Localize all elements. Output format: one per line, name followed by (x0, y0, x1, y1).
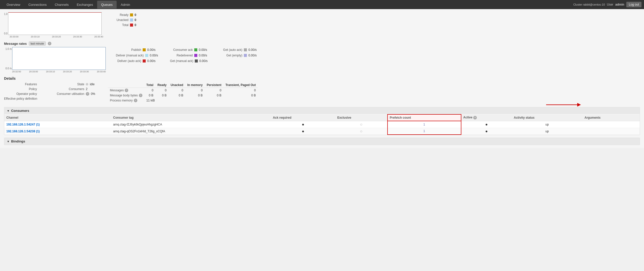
consumers-tbody: 192.168.126.1:54247 (1) amq.ctag-fZJ6yk6… (4, 121, 640, 135)
username: admin (615, 3, 624, 6)
consumers-section: ▼ Consumers Channel Consumer tag Ack req… (4, 107, 640, 135)
tab-channels[interactable]: Channels (51, 1, 73, 9)
details-left: Features Policy Operator policy Effectiv… (4, 82, 39, 100)
consumers-collapse-icon: ▼ (7, 109, 10, 112)
row-channel[interactable]: 192.168.126.1:54247 (1) (4, 121, 111, 128)
active-help-icon[interactable]: ? (473, 116, 477, 119)
chart-x-1: 20:33:10 (31, 35, 40, 38)
rates-section: 1.0 /s 0.0 /s 20:32:50 20:33:00 20:33:10… (4, 47, 640, 73)
deliver-auto-rate: Deliver (auto ack) 0.00/s (116, 59, 162, 63)
get-manual-value: 0.00/s (199, 59, 212, 63)
unacked-stat: Unacked 0 (113, 18, 136, 22)
msg-transient: 0 (223, 88, 258, 93)
chart-x-2: 20:33:20 (52, 35, 61, 38)
bytes-total: 0 B (144, 93, 156, 98)
consumers-header[interactable]: ▼ Consumers (4, 107, 640, 114)
col-ready: Ready (155, 82, 168, 88)
unacked-label: Unacked (113, 18, 128, 22)
tab-overview[interactable]: Overview (3, 1, 24, 9)
col-channel: Channel (4, 114, 111, 121)
row-consumer-tag: amq.ctag-qOS2Fn1kHId_T26g_xCQfA (111, 128, 271, 135)
msg-in-memory: 0 (185, 88, 205, 93)
get-auto-value: 0.00/s (248, 48, 261, 52)
consumer-util-value: 0% (91, 92, 95, 96)
row-exclusive: ○ (335, 128, 387, 135)
msg-total: 0 (144, 88, 156, 93)
effective-policy-row: Effective policy definition (4, 97, 39, 100)
details-section: Details Features Policy Operator policy … (4, 76, 640, 103)
row-activity-status: up (512, 121, 583, 128)
table-row: 192.168.126.1:54247 (1) amq.ctag-fZJ6yk6… (4, 121, 640, 128)
deliver-manual-color (145, 54, 148, 57)
col-exclusive: Exclusive (335, 114, 387, 121)
effective-policy-label: Effective policy definition (4, 97, 37, 100)
total-label: Total (113, 23, 128, 27)
unacked-color-box (130, 18, 133, 22)
col-consumer-tag: Consumer tag (111, 114, 271, 121)
deliver-auto-value: 0.00/s (147, 59, 160, 63)
messages-stats: Total Ready Unacked In memory Persistent… (108, 82, 258, 103)
rates-y-top: 1.0 /s (4, 48, 12, 50)
row-active: ● (461, 128, 512, 135)
tab-admin[interactable]: Admin (117, 1, 134, 9)
col-arguments: Arguments (583, 114, 640, 121)
get-auto-rate: Get (auto ack) 0.00/s (220, 48, 261, 52)
rates-x-1: 20:33:00 (29, 70, 38, 73)
consumers-row: Consumers 2 (51, 87, 95, 91)
main-content: 1.0 0.0 20:33:00 20:33:10 20:33:20 20:33… (0, 9, 644, 148)
consumers-label: Consumers (51, 87, 84, 91)
col-prefetch-count: Prefetch count (388, 114, 461, 121)
redelivered-rate: Redelivered 0.00/s (170, 54, 212, 57)
process-memory-help-icon[interactable]: ? (134, 99, 137, 102)
queued-messages-chart: 1.0 0.0 20:33:00 20:33:10 20:33:20 20:33… (4, 12, 103, 38)
chart-y-bottom: 0.0 (4, 32, 8, 35)
details-middle: State idle Consumers 2 Consumer utilisat… (51, 82, 95, 96)
chart-x-4: 20:33:40 (94, 35, 103, 38)
consumer-util-label: Consumer utilisation (51, 92, 84, 96)
msg-persistent: 0 (205, 88, 223, 93)
col-total: Total (144, 82, 156, 88)
msg-unacked: 0 (168, 88, 185, 93)
body-bytes-row: Message body bytes ? 0 B 0 B 0 B 0 B 0 B… (108, 93, 258, 98)
rates-x-4: 20:33:30 (80, 70, 89, 73)
logout-button[interactable]: Log out (626, 2, 641, 7)
interval-badge[interactable]: last minute (29, 41, 46, 46)
consumer-util-row: Consumer utilisation ? 0% (51, 92, 95, 96)
consumers-table: Channel Consumer tag Ack required Exclus… (4, 114, 640, 135)
row-channel[interactable]: 192.168.126.1:54238 (1) (4, 128, 111, 135)
total-value: 0 (135, 23, 136, 27)
nav-tabs: Overview Connections Channels Exchanges … (3, 1, 134, 9)
bytes-persistent: 0 B (205, 93, 223, 98)
chart-x-0: 20:33:00 (10, 35, 18, 38)
process-memory-label: Process memory (110, 99, 133, 102)
messages-help-icon[interactable]: ? (125, 89, 128, 92)
get-empty-color (244, 54, 247, 57)
policy-label: Policy (4, 87, 37, 91)
consumers-section-title: Consumers (11, 109, 29, 113)
rates-col3: Get (auto ack) 0.00/s Get (empty) 0.00/s (220, 48, 261, 57)
bytes-transient: 0 B (223, 93, 258, 98)
table-row: 192.168.126.1:54238 (1) amq.ctag-qOS2Fn1… (4, 128, 640, 135)
body-bytes-help-icon[interactable]: ? (139, 94, 142, 97)
tab-connections[interactable]: Connections (24, 1, 51, 9)
bindings-section: ▼ Bindings (4, 138, 640, 145)
row-activity-status: up (512, 128, 583, 135)
rates-help-icon[interactable]: ? (48, 42, 51, 45)
deliver-manual-label: Deliver (manual ack) (116, 54, 144, 57)
unacked-value: 0 (135, 18, 136, 22)
bytes-in-memory: 0 B (185, 93, 205, 98)
rates-stats: Publish 0.00/s Deliver (manual ack) 0.00… (116, 47, 261, 63)
top-nav-bar: Overview Connections Channels Exchanges … (0, 0, 644, 9)
bindings-header[interactable]: ▼ Bindings (4, 138, 640, 145)
row-ack-required: ● (271, 128, 335, 135)
redelivered-value: 0.00/s (199, 54, 211, 57)
state-dot-icon (86, 83, 88, 86)
tab-queues[interactable]: Queues (97, 1, 117, 9)
ready-label: Ready (113, 13, 128, 17)
consumer-ack-rate: Consumer ack 0.00/s (170, 48, 212, 52)
tab-exchanges[interactable]: Exchanges (73, 1, 97, 9)
user-label: User (607, 3, 613, 6)
operator-policy-row: Operator policy (4, 92, 39, 96)
row-arguments (583, 121, 640, 128)
consumer-util-help-icon[interactable]: ? (86, 92, 89, 96)
